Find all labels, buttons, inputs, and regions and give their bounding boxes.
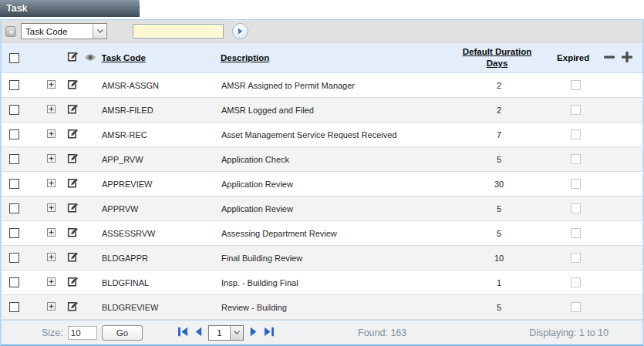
minus-icon bbox=[603, 51, 615, 66]
expand-plus-icon bbox=[47, 203, 56, 214]
expand-row-button[interactable] bbox=[47, 129, 56, 140]
expired-checkbox bbox=[571, 105, 581, 115]
search-go-button[interactable] bbox=[232, 23, 248, 39]
next-page-button[interactable] bbox=[250, 327, 258, 339]
duration-cell: 5 bbox=[453, 147, 545, 171]
expand-row-button[interactable] bbox=[47, 153, 56, 165]
duration-cell: 7 bbox=[453, 123, 545, 146]
expand-plus-icon bbox=[47, 301, 56, 313]
displaying-range: Displaying: 1 to 10 bbox=[529, 328, 609, 338]
page-size-input[interactable] bbox=[68, 326, 97, 340]
edit-row-button[interactable] bbox=[67, 301, 79, 314]
expired-checkbox bbox=[571, 277, 581, 287]
expired-checkbox bbox=[571, 154, 581, 164]
table-row: APPRVW Application Review 5 bbox=[2, 197, 642, 221]
task-admin-screen: Task Task Code bbox=[0, 0, 644, 346]
duration-cell: 2 bbox=[453, 98, 545, 122]
expand-row-button[interactable] bbox=[47, 178, 56, 190]
column-header-description[interactable]: Description bbox=[221, 43, 451, 72]
plus-icon bbox=[621, 51, 633, 66]
expired-checkbox bbox=[571, 129, 581, 139]
row-checkbox[interactable] bbox=[9, 253, 19, 263]
last-page-icon bbox=[264, 327, 275, 339]
row-checkbox[interactable] bbox=[9, 129, 19, 139]
add-filter-button[interactable] bbox=[5, 26, 16, 37]
duration-cell: 10 bbox=[453, 246, 545, 270]
eye-icon bbox=[84, 52, 96, 64]
edit-icon bbox=[67, 227, 79, 240]
row-checkbox[interactable] bbox=[9, 228, 19, 238]
row-checkbox[interactable] bbox=[9, 277, 19, 287]
expand-plus-icon bbox=[47, 153, 56, 165]
expand-plus-icon bbox=[47, 129, 56, 140]
first-page-button[interactable] bbox=[177, 327, 188, 339]
task-code-cell: BLDGREVIEW bbox=[102, 295, 221, 319]
edit-column-button[interactable] bbox=[67, 51, 79, 65]
duration-cell: 5 bbox=[453, 221, 545, 245]
description-cell: Insp. - Building Final bbox=[221, 270, 453, 294]
view-column-button[interactable] bbox=[84, 52, 96, 64]
pagination-footer: Size: Go 1 bbox=[2, 320, 642, 344]
row-checkbox[interactable] bbox=[9, 105, 19, 115]
duration-cell: 30 bbox=[453, 172, 545, 196]
chevron-down-icon bbox=[230, 326, 243, 340]
prev-page-button[interactable] bbox=[194, 327, 202, 339]
row-checkbox[interactable] bbox=[9, 203, 19, 213]
expand-row-button[interactable] bbox=[47, 104, 56, 116]
edit-icon bbox=[67, 276, 79, 290]
page-title: Task bbox=[6, 3, 28, 14]
page-size-go-button[interactable]: Go bbox=[102, 325, 143, 341]
first-page-icon bbox=[177, 327, 188, 339]
table-row: APPREVIEW Application Review 30 bbox=[2, 172, 642, 197]
edit-row-button[interactable] bbox=[67, 177, 79, 191]
task-code-cell: APPRVW bbox=[102, 197, 221, 220]
edit-row-button[interactable] bbox=[67, 153, 79, 166]
edit-row-button[interactable] bbox=[67, 251, 79, 265]
column-header-duration[interactable]: Default Duration Days bbox=[451, 43, 544, 72]
duration-cell: 5 bbox=[453, 197, 545, 220]
edit-row-button[interactable] bbox=[67, 202, 79, 216]
table-row: AMSR-FILED AMSR Logged and Filed 2 bbox=[2, 98, 642, 123]
row-checkbox[interactable] bbox=[9, 80, 19, 90]
found-count: Found: 163 bbox=[358, 328, 406, 338]
edit-icon bbox=[67, 128, 79, 142]
edit-row-button[interactable] bbox=[67, 79, 79, 92]
edit-icon bbox=[67, 202, 79, 216]
description-cell: Final Building Review bbox=[221, 246, 453, 270]
task-code-cell: APP_RVW bbox=[102, 147, 221, 171]
edit-row-button[interactable] bbox=[67, 103, 79, 117]
column-header-task-code[interactable]: Task Code bbox=[102, 43, 221, 72]
expand-plus-icon bbox=[47, 79, 56, 91]
table-row: AMSR-ASSGN AMSR Assigned to Permit Manag… bbox=[2, 73, 642, 98]
row-checkbox[interactable] bbox=[9, 154, 19, 164]
expired-checkbox bbox=[571, 203, 581, 213]
edit-row-button[interactable] bbox=[67, 227, 79, 240]
expand-row-button[interactable] bbox=[47, 301, 56, 313]
page-number-select[interactable]: 1 bbox=[208, 325, 244, 341]
expand-plus-icon bbox=[47, 252, 56, 264]
row-checkbox[interactable] bbox=[9, 302, 19, 312]
expand-row-button[interactable] bbox=[47, 277, 56, 288]
task-code-cell: AMSR-FILED bbox=[102, 98, 221, 122]
edit-icon bbox=[67, 177, 79, 191]
description-cell: Application Review bbox=[221, 197, 453, 220]
edit-row-button[interactable] bbox=[67, 128, 79, 142]
description-cell: AMSR Logged and Filed bbox=[221, 98, 453, 122]
edit-row-button[interactable] bbox=[67, 276, 79, 290]
next-page-icon bbox=[250, 327, 258, 339]
duration-cell: 5 bbox=[453, 295, 545, 319]
expand-row-button[interactable] bbox=[47, 252, 56, 264]
remove-column-button[interactable] bbox=[603, 51, 615, 66]
add-column-button[interactable] bbox=[621, 51, 633, 66]
expired-checkbox bbox=[571, 80, 581, 90]
search-input[interactable] bbox=[133, 24, 224, 39]
edit-icon bbox=[67, 51, 79, 65]
search-field-select[interactable]: Task Code bbox=[21, 23, 107, 39]
expand-row-button[interactable] bbox=[47, 227, 56, 239]
expand-row-button[interactable] bbox=[47, 203, 56, 214]
row-checkbox[interactable] bbox=[9, 179, 19, 189]
header-column-tools bbox=[603, 43, 642, 72]
expand-row-button[interactable] bbox=[47, 79, 56, 91]
select-all-checkbox[interactable] bbox=[9, 53, 19, 63]
last-page-button[interactable] bbox=[264, 327, 275, 339]
